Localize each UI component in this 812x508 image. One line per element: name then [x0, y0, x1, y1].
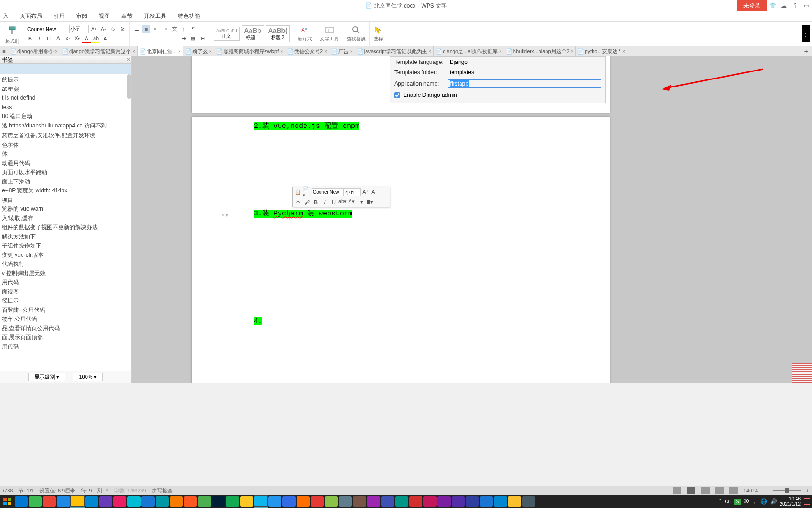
taskbar-app-icon[interactable] — [479, 495, 493, 508]
collapse-ribbon-icon[interactable]: ⋮ — [802, 25, 810, 42]
taskbar-app-icon[interactable] — [324, 495, 338, 508]
document-tab[interactable]: 📄北京同仁堂...× — [138, 46, 183, 56]
sidebar-zoom-select[interactable]: 100% ▾ — [73, 373, 102, 381]
bookmark-item[interactable]: 用代码 — [0, 278, 131, 287]
shrink-font-icon[interactable]: A- — [99, 25, 108, 33]
bullet-list-icon[interactable]: ☰ — [133, 25, 141, 33]
start-button[interactable] — [0, 495, 14, 508]
zoom-out-icon[interactable]: − — [764, 488, 766, 493]
bookmark-item[interactable]: 物车,公用代码 — [0, 315, 131, 324]
show-level-select[interactable]: 显示级别 ▾ — [28, 373, 65, 381]
zoom-slider[interactable] — [773, 490, 801, 491]
indent-icon[interactable]: ⇥ — [161, 25, 169, 33]
new-style-button[interactable]: AA 新样式 — [294, 22, 316, 46]
font-color-icon[interactable]: A — [82, 34, 91, 43]
bookmark-item[interactable]: 入/读取,缓存 — [0, 214, 131, 223]
text-direction-icon[interactable]: 文 — [170, 25, 179, 33]
border-icon[interactable]: ⊞ — [198, 34, 207, 43]
status-section[interactable]: 节: 1/1 — [18, 487, 33, 494]
mini-grow-icon[interactable]: A⁺ — [361, 188, 370, 197]
paragraph-mark-icon[interactable]: ▫ ▾ — [222, 212, 228, 218]
font-select[interactable] — [26, 25, 68, 33]
bookmark-item[interactable]: 透 https://duanshuilu.natapp4.cc 访问不到 — [0, 121, 131, 131]
menu-item[interactable]: 章节 — [116, 11, 138, 21]
taskbar-app-icon[interactable] — [296, 495, 310, 508]
tray-ime-fullwidth-icon[interactable]: ⦿ — [743, 498, 749, 505]
bookmark-item[interactable]: v 控制弹出层无效 — [0, 269, 131, 278]
bookmark-item[interactable]: 否登陆--公用代码 — [0, 306, 131, 315]
tab-close-icon[interactable]: × — [350, 49, 353, 54]
bookmark-item[interactable]: 面上下滑动 — [0, 177, 131, 187]
minimize-icon[interactable]: ▭ — [801, 0, 812, 11]
tab-icon[interactable]: ⇥ — [180, 34, 188, 43]
taskbar-app-icon[interactable] — [465, 495, 479, 508]
mini-paste-icon[interactable]: 📄▾ — [303, 188, 311, 197]
mini-italic-icon[interactable]: I — [320, 198, 329, 206]
taskbar-clock[interactable]: 10:46 2021/1/12 — [780, 496, 801, 507]
size-select[interactable] — [69, 25, 89, 33]
menu-item[interactable]: 特色功能 — [172, 11, 206, 21]
bold-icon[interactable]: B — [26, 34, 34, 43]
menu-item[interactable]: 审阅 — [70, 11, 93, 21]
taskbar-app-icon[interactable] — [226, 495, 240, 508]
taskbar-app-icon[interactable] — [352, 495, 367, 508]
text-tool-button[interactable]: T 文字工具 — [316, 22, 343, 46]
bookmark-item[interactable]: less — [0, 103, 131, 112]
bookmark-item[interactable]: at 框架 — [0, 85, 131, 94]
view-mode-5-icon[interactable] — [729, 487, 738, 494]
bookmark-item[interactable]: 品,查看详情页公用代码 — [0, 324, 131, 333]
show-marks-icon[interactable]: ¶ — [189, 25, 197, 33]
taskbar-app-icon[interactable] — [522, 495, 536, 508]
mini-bold-icon[interactable]: B — [312, 198, 320, 206]
taskbar-app-icon[interactable] — [169, 495, 183, 508]
bookmark-item[interactable]: 览器的 vue warn — [0, 205, 131, 214]
sidebar-content[interactable]: 的提示at 框架t is not defind less 80 端口启动透 ht… — [0, 74, 131, 366]
mini-brush-icon[interactable]: 🖌 — [303, 198, 311, 206]
taskbar-app-icon[interactable] — [183, 495, 197, 508]
italic-icon[interactable]: I — [35, 34, 44, 43]
menu-item[interactable]: 视图 — [93, 11, 116, 21]
mini-shrink-icon[interactable]: A⁻ — [370, 188, 379, 197]
tray-ime-cn-icon[interactable]: S — [734, 499, 741, 505]
bookmark-item[interactable]: 面,展示页面顶部 — [0, 333, 131, 342]
style-box[interactable]: AaBb标题 1 — [242, 25, 264, 42]
bookmark-item[interactable]: 页面可以水平跑动 — [0, 168, 131, 177]
tab-close-icon[interactable]: × — [133, 49, 135, 54]
align-left-icon[interactable]: ≡ — [133, 34, 141, 43]
mini-font-select[interactable] — [312, 188, 344, 196]
document-tab[interactable]: 📄微信公众号2× — [285, 46, 329, 56]
bookmark-item[interactable]: t is not defind — [0, 94, 131, 103]
tab-nav-left-icon[interactable]: ≡ — [0, 46, 8, 56]
view-mode-4-icon[interactable] — [715, 487, 724, 494]
tab-close-icon[interactable]: × — [429, 49, 431, 54]
align-center-icon[interactable]: ≡ — [142, 34, 150, 43]
taskbar-app-icon[interactable] — [437, 495, 451, 508]
shading-icon[interactable]: ▦ — [189, 34, 197, 43]
templates-folder-value[interactable]: templates — [450, 69, 601, 76]
tab-close-icon[interactable]: × — [55, 49, 58, 54]
style-box[interactable]: AaBbCcDd正文 — [214, 27, 240, 41]
status-zoom[interactable]: 140 % — [743, 488, 758, 493]
status-spellcheck[interactable]: 拼写检查 — [152, 487, 172, 494]
taskbar-app-icon[interactable] — [42, 495, 56, 508]
taskbar-app-icon[interactable] — [85, 495, 99, 508]
sidebar-close-icon[interactable]: × — [127, 56, 130, 63]
qr-code-icon[interactable] — [792, 363, 812, 383]
zoom-handle[interactable] — [785, 488, 789, 493]
tray-square-icon[interactable] — [804, 498, 810, 505]
mini-align-icon[interactable]: ≡▾ — [356, 198, 365, 206]
view-mode-2-icon[interactable] — [687, 487, 695, 494]
document-tab[interactable]: 📄馨雅阁商城小程序zwlxpf× — [214, 46, 285, 56]
outdent-icon[interactable]: ⇤ — [151, 25, 160, 33]
help-icon[interactable]: ? — [789, 0, 801, 11]
taskbar-app-icon[interactable] — [28, 495, 42, 508]
bookmark-item[interactable]: e--8P 宽度为 width: 414px — [0, 186, 131, 196]
taskbar-app-icon[interactable] — [127, 495, 141, 508]
mini-underline-icon[interactable]: U — [329, 198, 338, 206]
new-tab-button[interactable]: + — [801, 48, 812, 55]
taskbar-app-icon[interactable] — [282, 495, 296, 508]
taskbar-app-icon[interactable] — [197, 495, 211, 508]
bookmark-item[interactable]: 的提示 — [0, 75, 131, 85]
tray-volume-icon[interactable]: 🔊 — [770, 498, 777, 505]
bookmark-item[interactable]: 变更 vue-cli 版本 — [0, 251, 131, 260]
